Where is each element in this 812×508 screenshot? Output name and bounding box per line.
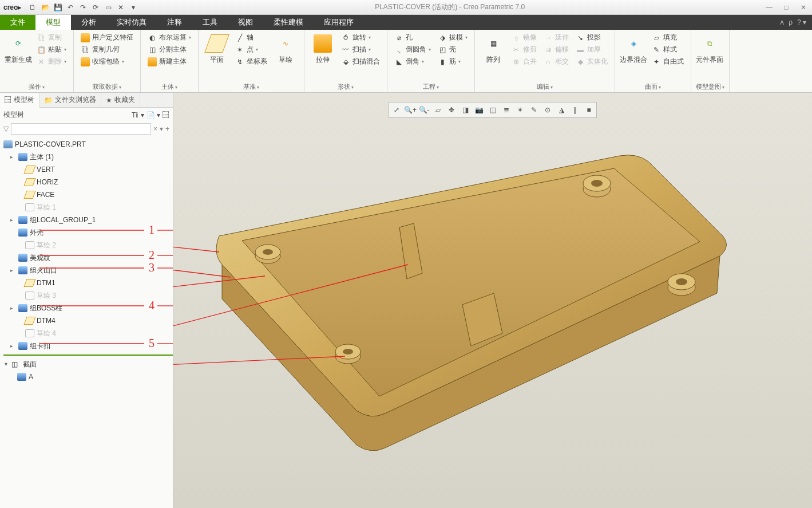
new-icon[interactable]: 🗋 bbox=[27, 2, 38, 13]
group-label[interactable]: 工程 bbox=[392, 81, 470, 91]
filter-input[interactable] bbox=[11, 123, 151, 135]
tree-sections[interactable]: ▼◫截面 bbox=[3, 358, 173, 371]
maximize-icon[interactable]: □ bbox=[778, 2, 795, 13]
plane-button[interactable]: 平面 bbox=[203, 32, 231, 81]
split-button[interactable]: ◫分割主体 bbox=[145, 44, 193, 55]
tree-item[interactable]: 草绘 4 bbox=[3, 327, 173, 340]
redo-icon[interactable]: ↷ bbox=[77, 2, 89, 13]
shrinkwrap-button[interactable]: 收缩包络 bbox=[78, 56, 136, 67]
extend-button[interactable]: →延伸 bbox=[541, 32, 571, 43]
trim-button[interactable]: ✂修剪 bbox=[509, 44, 539, 55]
hole-button[interactable]: ⌀孔 bbox=[392, 32, 433, 43]
open-icon[interactable]: 📂 bbox=[39, 2, 51, 13]
csys-button[interactable]: ↯坐标系 bbox=[233, 56, 270, 67]
tree-item[interactable]: DTM1 bbox=[3, 277, 173, 289]
clear-filter-icon[interactable]: × bbox=[153, 125, 157, 133]
tab-view[interactable]: 视图 bbox=[228, 15, 263, 30]
close-icon[interactable]: ✕ bbox=[795, 2, 812, 13]
search-icon[interactable]: ρ bbox=[789, 18, 793, 26]
help-icon[interactable]: ? ▾ bbox=[797, 18, 806, 26]
tab-analysis[interactable]: 分析 bbox=[71, 15, 106, 30]
delete-button[interactable]: ✕删除 bbox=[34, 56, 69, 67]
save-icon[interactable]: 💾 bbox=[52, 2, 64, 13]
offset-button[interactable]: ⇉偏移 bbox=[541, 44, 571, 55]
tree-item[interactable]: ▸组卡扣 bbox=[3, 340, 173, 352]
tree-item[interactable]: HORIZ bbox=[3, 176, 173, 188]
chamfer-button[interactable]: ◣倒角 bbox=[392, 56, 433, 67]
expand-icon[interactable]: ▸ bbox=[10, 305, 16, 311]
group-label[interactable]: 形状 bbox=[309, 81, 382, 91]
style-button[interactable]: ✎样式 bbox=[649, 44, 686, 55]
sweep-button[interactable]: 〰扫描 bbox=[339, 44, 382, 55]
shell-button[interactable]: ◰壳 bbox=[435, 44, 470, 55]
newbody-button[interactable]: 新建主体 bbox=[145, 56, 193, 67]
tree-item[interactable]: DTM4 bbox=[3, 314, 173, 327]
copy-button[interactable]: ⿻复制 bbox=[34, 32, 69, 43]
tree-opt1-icon[interactable]: Tℹ ▾ bbox=[132, 111, 144, 119]
axis-button[interactable]: ╱轴 bbox=[233, 32, 270, 43]
revolve-button[interactable]: ⥀旋转 bbox=[339, 32, 382, 43]
tree-item[interactable]: VERT bbox=[3, 163, 173, 176]
tree-item[interactable]: 外壳 bbox=[3, 226, 173, 239]
round-button[interactable]: ◟倒圆角 bbox=[392, 44, 433, 55]
paste-button[interactable]: 📋粘贴 bbox=[34, 44, 69, 55]
group-label[interactable]: 主体 bbox=[145, 81, 193, 91]
draft-button[interactable]: ⬗拔模 bbox=[435, 32, 470, 43]
tab-flex[interactable]: 柔性建模 bbox=[263, 15, 314, 30]
freestyle-button[interactable]: ✦自由式 bbox=[649, 56, 686, 67]
filter-dropdown-icon[interactable]: ▾ bbox=[160, 125, 163, 133]
pattern-button[interactable]: ▦阵列 bbox=[480, 32, 507, 81]
tree-opt3-icon[interactable]: ⿳ bbox=[163, 111, 169, 119]
expand-icon[interactable]: ▸ bbox=[10, 343, 16, 349]
mirror-button[interactable]: ⎀镜像 bbox=[509, 32, 539, 43]
filter-icon[interactable]: ▽ bbox=[3, 125, 9, 133]
udf-button[interactable]: 用户定义特征 bbox=[78, 32, 136, 43]
tree-section-item[interactable]: A bbox=[3, 371, 173, 383]
tab-model[interactable]: 模型 bbox=[35, 15, 71, 30]
solidify-button[interactable]: ◆实体化 bbox=[573, 56, 610, 67]
tree-item[interactable]: 草绘 1 bbox=[3, 201, 173, 214]
extrude-button[interactable]: 拉伸 bbox=[309, 32, 336, 81]
tree-opt2-icon[interactable]: 📄 ▾ bbox=[146, 111, 160, 119]
tab-file[interactable]: 文件 bbox=[0, 15, 35, 30]
fill-button[interactable]: ▱填充 bbox=[649, 32, 686, 43]
sidetab-tree[interactable]: ⿳模型树 bbox=[0, 93, 39, 108]
regen-button[interactable]: ⟳重新生成 bbox=[5, 32, 32, 81]
expand-icon[interactable]: ▸ bbox=[10, 154, 16, 160]
group-label[interactable]: 基准 bbox=[203, 81, 299, 91]
thicken-button[interactable]: ▬加厚 bbox=[573, 44, 610, 55]
undo-icon[interactable]: ↶ bbox=[65, 2, 76, 13]
tab-apps[interactable]: 应用程序 bbox=[314, 15, 364, 30]
boolean-button[interactable]: ◐布尔运算 bbox=[145, 32, 193, 43]
qat-dropdown-icon[interactable]: ▾ bbox=[128, 2, 139, 13]
tab-simulate[interactable]: 实时仿真 bbox=[106, 15, 157, 30]
copygeom-button[interactable]: ⿻复制几何 bbox=[78, 44, 136, 55]
cif-button[interactable]: ⧉元件界面 bbox=[696, 32, 723, 81]
merge-button[interactable]: ⊕合并 bbox=[509, 56, 539, 67]
intersect-button[interactable]: ∩相交 bbox=[541, 56, 571, 67]
project-button[interactable]: ↘投影 bbox=[573, 32, 610, 43]
boundary-button[interactable]: ◈边界混合 bbox=[620, 32, 647, 81]
add-icon[interactable]: + bbox=[165, 125, 169, 133]
group-label[interactable]: 获取数据 bbox=[78, 81, 136, 91]
rib-button[interactable]: ▮筋 bbox=[435, 56, 470, 67]
group-label[interactable]: 操作 bbox=[5, 81, 69, 91]
tree-root[interactable]: PLASTIC-COVER.PRT bbox=[3, 138, 173, 151]
tree-item[interactable]: ▸组BOSS柱 bbox=[3, 302, 173, 314]
sidetab-folder[interactable]: 📁文件夹浏览器 bbox=[39, 93, 101, 107]
minimize-icon[interactable]: — bbox=[760, 2, 778, 13]
group-label[interactable]: 曲面 bbox=[620, 81, 686, 91]
expand-icon[interactable]: ▸ bbox=[10, 217, 16, 223]
expand-icon[interactable]: ▸ bbox=[10, 267, 16, 273]
windows-icon[interactable]: ▭ bbox=[102, 2, 114, 13]
tab-tools[interactable]: 工具 bbox=[192, 15, 228, 30]
group-label[interactable]: 编辑 bbox=[480, 81, 610, 91]
tree-item[interactable]: FACE bbox=[3, 188, 173, 201]
tree-item[interactable]: 美观纹 bbox=[3, 251, 173, 264]
close-win-icon[interactable]: ✕ bbox=[115, 2, 126, 13]
viewport-3d[interactable]: ⤢ 🔍+ 🔍- ▱ ✥ ◨ 📷 ◫ ≣ ✶ ✎ ⊙ ◮ ‖ ■ bbox=[173, 93, 812, 508]
sidetab-fav[interactable]: ★收藏夹 bbox=[101, 93, 140, 107]
point-button[interactable]: ✶点 bbox=[233, 44, 270, 55]
blend-button[interactable]: ⬙扫描混合 bbox=[339, 56, 382, 67]
tab-annotate[interactable]: 注释 bbox=[157, 15, 192, 30]
